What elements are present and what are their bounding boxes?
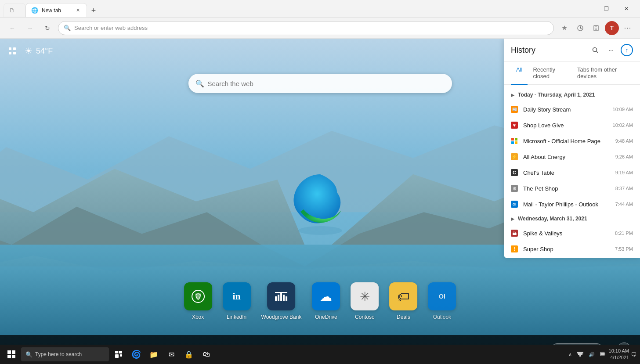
history-item-shop-love[interactable]: ♥ Shop Love Give 10:02 AM [504, 117, 640, 133]
task-view-button[interactable] [111, 346, 127, 362]
history-title-spike-valleys: Spike & Valleys [523, 230, 610, 237]
shortcut-linkedin[interactable]: in LinkedIn [223, 282, 251, 320]
apps-grid-button[interactable] [5, 44, 19, 58]
history-close-button[interactable]: ↑ [621, 44, 633, 56]
page-search-bar[interactable]: 🔍 [188, 74, 452, 93]
history-section-today: ▶ Today - Thursday, April 1, 2021 [504, 88, 640, 101]
woodgrove-icon [268, 282, 296, 310]
history-section-wednesday: ▶ Wednesday, March 31, 2021 [504, 212, 640, 225]
shortcut-outlook[interactable]: Ol Outlook [428, 282, 456, 320]
speaker-icon[interactable]: 🔊 [587, 352, 597, 357]
battery-icon[interactable] [598, 351, 607, 357]
shortcut-onedrive[interactable]: ☁ OneDrive [312, 282, 340, 320]
outlook-icon: Ol [428, 282, 456, 310]
refresh-button[interactable]: ↻ [40, 21, 54, 35]
history-item-pet-shop[interactable]: ⚙ The Pet Shop 8:37 AM [504, 180, 640, 196]
history-time-spike-valleys: 8:21 PM [615, 231, 633, 236]
woodgrove-label: Woodgrove Bank [261, 314, 302, 320]
history-tab-recently-closed[interactable]: Recently closed [528, 62, 572, 85]
history-more-button[interactable]: ··· [605, 44, 617, 56]
weather-icon: ☀ [25, 46, 33, 56]
shortcut-woodgrove[interactable]: Woodgrove Bank [261, 282, 302, 320]
search-input[interactable] [208, 80, 445, 87]
store-button[interactable]: 🛍 [199, 346, 214, 362]
history-time-energy: 9:26 AM [615, 154, 633, 159]
shortcut-contoso[interactable]: ✳ Contoso [351, 282, 379, 320]
tab-favicon: 🌐 [31, 7, 38, 14]
history-item-super-shop[interactable]: ! Super Shop 7:53 PM [504, 241, 640, 257]
history-item-chefs-table[interactable]: C Chef's Table 9:19 AM [504, 165, 640, 180]
history-header: History ··· ↑ [504, 39, 640, 62]
back-button[interactable]: ← [5, 21, 19, 35]
taskbar-search[interactable]: 🔍 Type here to search [21, 347, 109, 361]
tab-inactive[interactable]: 🗋 [4, 3, 25, 17]
svg-rect-33 [12, 350, 15, 354]
active-tab[interactable]: 🌐 New tab ✕ [25, 3, 87, 17]
history-title-mail-outlook: Mail - Taylor Phillips - Outlook [523, 201, 610, 208]
history-item-daily-story[interactable]: 📰 Daily Story Stream 10:09 AM [504, 101, 640, 117]
start-button[interactable] [4, 346, 19, 362]
security-button[interactable]: 🔒 [181, 346, 197, 362]
svg-rect-31 [515, 141, 517, 144]
svg-rect-36 [115, 351, 118, 353]
history-search-button[interactable] [589, 44, 601, 56]
history-button[interactable] [573, 21, 587, 35]
favicon-chefs-table: C [511, 169, 518, 176]
deals-label: Deals [397, 314, 410, 320]
history-title-microsoft: Microsoft - Official Home Page [523, 138, 610, 144]
tab-close-button[interactable]: ✕ [74, 7, 81, 14]
history-item-mail-outlook[interactable]: Ol Mail - Taylor Phillips - Outlook 7:44… [504, 196, 640, 212]
svg-rect-22 [281, 293, 282, 301]
history-time-microsoft: 9:48 AM [615, 138, 633, 144]
system-tray-up-icon[interactable]: ∧ [567, 352, 574, 357]
section-collapse-icon: ▶ [511, 93, 514, 97]
search-icon: 🔍 [195, 79, 204, 88]
collections-button[interactable] [589, 21, 603, 35]
deals-icon: 🏷 [389, 282, 417, 310]
close-button[interactable]: ✕ [616, 2, 636, 16]
more-button[interactable]: ··· [621, 21, 635, 35]
minimize-button[interactable]: — [576, 2, 596, 16]
address-placeholder: Search or enter web address [74, 25, 148, 31]
maximize-button[interactable]: ❐ [596, 2, 616, 16]
svg-rect-21 [278, 295, 280, 301]
edge-taskbar-button[interactable]: 🌀 [128, 346, 144, 362]
mail-taskbar-button[interactable]: ✉ [163, 346, 179, 362]
xbox-label: Xbox [192, 314, 204, 320]
history-tab-all[interactable]: All [511, 62, 528, 85]
history-title-energy: All About Energy [523, 154, 610, 160]
history-item-spike-valleys[interactable]: 🏔 Spike & Valleys 8:21 PM [504, 225, 640, 241]
favicon-shop-love: ♥ [511, 122, 518, 129]
svg-rect-24 [286, 296, 288, 301]
svg-rect-38 [115, 354, 119, 358]
history-tab-other-devices[interactable]: Tabs from other devices [572, 62, 633, 85]
history-item-microsoft[interactable]: Microsoft - Official Home Page 9:48 AM [504, 133, 640, 149]
file-explorer-button[interactable]: 📁 [146, 346, 162, 362]
section-today-label: Today - Thursday, April 1, 2021 [518, 92, 595, 98]
svg-line-27 [597, 51, 598, 53]
favorites-button[interactable] [557, 21, 571, 35]
shortcut-deals[interactable]: 🏷 Deals [389, 282, 417, 320]
svg-rect-32 [7, 350, 11, 354]
history-item-energy[interactable]: ⚡ All About Energy 9:26 AM [504, 149, 640, 165]
taskbar: 🔍 Type here to search 🌀 📁 ✉ 🔒 🛍 ∧ 🔊 10:1… [0, 345, 640, 364]
new-tab-button[interactable]: + [87, 4, 100, 17]
weather-display: ☀ 54°F [25, 46, 53, 56]
history-time-daily-story: 10:09 AM [613, 107, 633, 112]
history-item-farm-table[interactable]: f Farm to Table 5:25 PM [504, 257, 640, 258]
edge-logo [285, 166, 355, 238]
svg-rect-20 [275, 296, 277, 301]
forward-button[interactable]: → [23, 21, 37, 35]
network-icon[interactable] [575, 351, 585, 358]
history-time-super-shop: 7:53 PM [615, 246, 633, 252]
favicon-super-shop: ! [511, 245, 518, 252]
notification-button[interactable]: 🗨 [631, 351, 636, 358]
svg-rect-14 [13, 47, 16, 50]
profile-button[interactable]: T [605, 21, 619, 35]
shortcut-xbox[interactable]: Xbox [184, 282, 212, 320]
address-field[interactable]: 🔍 Search or enter web address [58, 21, 554, 35]
system-clock[interactable]: 10:10 AM 4/1/2021 [609, 348, 629, 361]
tab-doc-icon: 🗋 [9, 7, 15, 14]
address-bar: ← → ↻ 🔍 Search or enter web address T ··… [0, 18, 640, 39]
history-title-daily-story: Daily Story Stream [523, 106, 607, 113]
